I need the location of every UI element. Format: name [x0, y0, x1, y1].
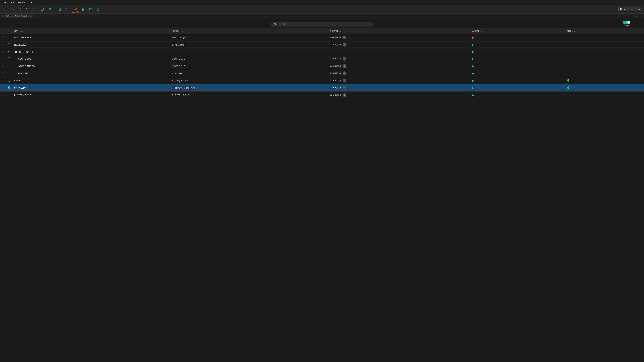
row-checkbox[interactable] [8, 94, 10, 96]
play-button[interactable]: ▶ [472, 72, 474, 75]
row-actions: ▶ [470, 49, 565, 55]
media-indicator-dot [567, 79, 570, 82]
playlist-table-container: Name ☰ Template ☰ Channel ☰ Actions ☰ Me… [0, 28, 644, 360]
tab-grip-icon: ⠿ [1, 15, 3, 18]
play-button[interactable]: ▶ [472, 43, 474, 46]
menu-edit[interactable]: Edit [9, 1, 14, 4]
import-button[interactable] [57, 6, 63, 12]
undo-button[interactable] [17, 6, 23, 12]
export-button[interactable] [95, 6, 101, 12]
col-menu-channel-icon[interactable]: ☰ [339, 30, 341, 32]
add-folder-button[interactable] [64, 6, 70, 12]
col-menu-actions-icon[interactable]: ☰ [480, 30, 482, 32]
drag-handle[interactable]: ⠿ [0, 55, 6, 63]
table-row[interactable]: ⠿Steph CurryAR Player State - GMWendyA3r… [0, 84, 644, 92]
expand-arrow-icon[interactable]: ▾ [8, 51, 9, 53]
play-button[interactable]: ▶ [472, 79, 474, 82]
playlist-table: Name ☰ Template ☰ Channel ☰ Actions ☰ Me… [0, 28, 644, 99]
drag-handle[interactable]: ⠿ [0, 63, 6, 70]
row-checkbox[interactable] [8, 65, 10, 67]
row-checkbox[interactable] [8, 57, 10, 60]
search-input[interactable] [278, 23, 370, 26]
menu-file[interactable]: File [2, 1, 6, 4]
row-checkbox[interactable] [8, 36, 10, 39]
row-checkbox-cell [6, 92, 12, 99]
drag-handle[interactable]: ⠿ [0, 49, 6, 55]
col-menu-name-icon[interactable]: ☰ [21, 30, 23, 32]
tabbar: ⠿ "Wendy's Playlist" playlist × + ⤢ × [0, 14, 644, 19]
add-item-button[interactable] [10, 6, 16, 12]
play-button[interactable]: ▶ [472, 87, 474, 89]
play-button[interactable]: ▶ [472, 50, 474, 53]
tab-close-button[interactable]: × [30, 15, 31, 18]
drag-handle[interactable]: ⠿ [0, 70, 6, 77]
table-row[interactable]: ⠿LebronAR Player State - GMWendyA3r0U▶ [0, 77, 644, 84]
row-template-text: BUG OUT [172, 72, 182, 75]
row-channel: WendyA3r0U [328, 63, 470, 70]
drag-handle[interactable]: ⠿ [0, 92, 6, 99]
row-template [170, 49, 328, 55]
col-menu-media-icon[interactable]: ☰ [574, 30, 576, 32]
row-name: NBA LEVEL [12, 41, 170, 49]
table-row[interactable]: ⠿▾📁SCOREBUG (3)▶ [0, 49, 644, 55]
row-name-text: SCORE BUG [18, 58, 32, 60]
row-media [565, 63, 644, 70]
row-template-text: SCORE BUG [172, 58, 185, 60]
menu-window[interactable]: Window [17, 1, 26, 4]
row-media [565, 34, 644, 41]
select-region-button[interactable] [32, 6, 38, 12]
row-checkbox[interactable] [8, 87, 10, 89]
row-actions: ▶ [470, 92, 565, 99]
row-name-text: SCORE BUG (1) [18, 65, 35, 67]
row-channel-text: WendyA3r0 [330, 94, 342, 96]
row-actions: ▶ [470, 55, 565, 63]
row-name: Lebron [12, 77, 170, 84]
drag-handle[interactable]: ⠿ [0, 84, 6, 92]
paste-button[interactable] [46, 6, 53, 12]
table-row[interactable]: ⠿DISGUISE LEVELLevel ChangeWendyA3r0U▶ [0, 34, 644, 41]
row-name-text: DISGUISE LEVEL [14, 36, 32, 39]
save-button[interactable] [88, 6, 94, 12]
duplicate-button[interactable] [72, 5, 78, 11]
add-playlist-button[interactable] [2, 6, 8, 12]
row-channel: WendyA3r0U [328, 41, 470, 49]
play-button[interactable]: ▶ [472, 36, 474, 39]
row-checkbox[interactable] [8, 43, 10, 46]
delete-button[interactable] [80, 6, 86, 12]
col-menu-template-icon[interactable]: ☰ [182, 30, 184, 32]
row-channel: WendyA3r0U [328, 34, 470, 41]
search-area: 🔍 Active [0, 19, 644, 28]
tab-expand-icon[interactable]: ⤢ [638, 15, 640, 18]
drag-handle[interactable]: ⠿ [0, 41, 6, 49]
svg-rect-26 [90, 9, 91, 10]
col-header-actions: Actions ☰ [470, 28, 565, 34]
play-button[interactable]: ▶ [472, 94, 474, 97]
table-row[interactable]: ⠿BUG OUTBUG OUTWendyA3r0U▶ [0, 70, 644, 77]
play-button[interactable]: ▶ [472, 57, 474, 60]
svg-rect-0 [4, 8, 6, 8]
layout-dropdown[interactable]: Default ▾ [618, 7, 642, 11]
redo-button[interactable] [24, 6, 30, 12]
row-checkbox-cell [6, 41, 12, 49]
tab-close-all-icon[interactable]: × [641, 15, 643, 18]
row-checkbox-cell [6, 77, 12, 84]
table-row[interactable]: ⠿NBA LEVELLevel ChangeWendyA3r0U▶ [0, 41, 644, 49]
table-row[interactable]: ⠿SCORE BUG (1)SCORE BUGWendyA3r0U▶ [0, 63, 644, 70]
row-checkbox-cell [6, 55, 12, 63]
table-row[interactable]: ⠿PLAYER AR OUTPLAYER AR OUTWendyA3r0U▶ [0, 92, 644, 99]
drag-handle[interactable]: ⠿ [0, 34, 6, 41]
play-button[interactable]: ▶ [472, 65, 474, 68]
col-header-template: Template ☰ [170, 28, 328, 34]
menu-help[interactable]: Help [29, 1, 35, 4]
active-toggle-switch[interactable] [623, 21, 630, 24]
copy-button[interactable] [39, 6, 45, 12]
table-header-row: Name ☰ Template ☰ Channel ☰ Actions ☰ Me… [0, 28, 644, 34]
row-channel: WendyA3r0U [328, 70, 470, 77]
drag-handle[interactable]: ⠿ [0, 77, 6, 84]
row-actions: ▶ [470, 34, 565, 41]
row-checkbox[interactable] [8, 72, 10, 74]
row-checkbox[interactable] [8, 79, 10, 82]
tab-add-icon[interactable]: + [636, 15, 637, 18]
table-row[interactable]: ⠿SCORE BUGSCORE BUGWendyA3r0U▶ [0, 55, 644, 63]
playlist-tab[interactable]: "Wendy's Playlist" playlist × [4, 14, 33, 18]
